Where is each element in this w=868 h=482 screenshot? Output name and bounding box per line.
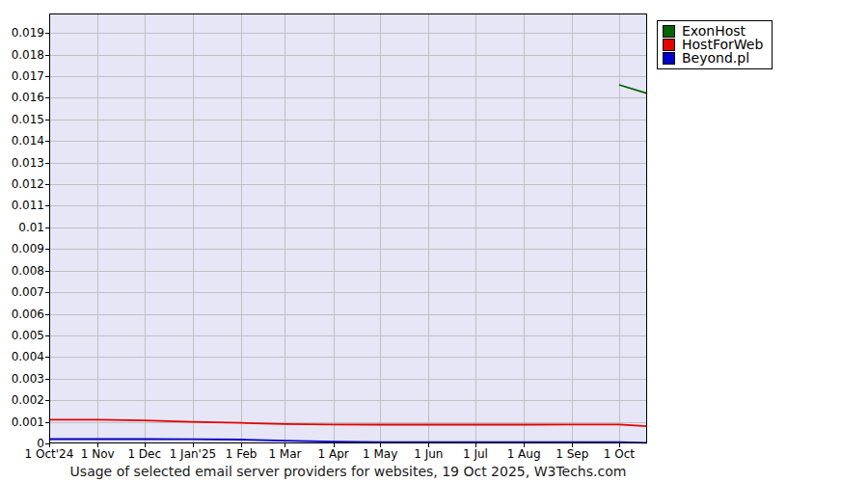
y-tick-label: 0.009 (0, 242, 44, 255)
legend-swatch (663, 52, 675, 65)
y-tick-label: 0.013 (0, 156, 44, 170)
y-tick-label: 0.018 (0, 48, 44, 62)
y-tick-label: 0.005 (0, 329, 44, 342)
legend-item-exonhost: ExonHost (663, 24, 763, 38)
y-tick-label: 0.014 (0, 134, 44, 147)
plot-area (0, 0, 868, 482)
y-tick-label: 0.003 (0, 372, 44, 386)
y-tick-label: 0.012 (0, 177, 44, 191)
legend-label: HostForWeb (682, 38, 763, 51)
y-tick-label: 0.019 (0, 26, 44, 40)
y-tick-label: 0.007 (0, 285, 44, 299)
legend-item-hostforweb: HostForWeb (663, 38, 763, 51)
y-tick-label: 0.017 (0, 69, 44, 83)
y-tick-label: 0.015 (0, 113, 44, 126)
y-tick-label: 0.006 (0, 308, 44, 321)
y-tick-label: 0.001 (0, 415, 44, 429)
y-tick-label: 0.008 (0, 264, 44, 278)
x-tick-label: 1 Oct (579, 447, 660, 461)
y-tick-label: 0.011 (0, 199, 44, 212)
y-tick-label: 0.002 (0, 393, 44, 407)
chart-title: Usage of selected email server providers… (49, 464, 647, 479)
legend-label: Beyond.pl (682, 51, 749, 65)
legend-item-beyond-pl: Beyond.pl (663, 51, 763, 65)
y-tick-label: 0.016 (0, 91, 44, 104)
legend: ExonHostHostForWebBeyond.pl (657, 20, 773, 69)
chart-container: 0.0190.0180.0170.0160.0150.0140.0130.012… (0, 0, 868, 482)
legend-swatch (663, 25, 675, 38)
y-tick-label: 0.004 (0, 350, 44, 363)
legend-swatch (663, 39, 675, 51)
legend-label: ExonHost (682, 24, 746, 38)
y-tick-label: 0.01 (0, 221, 44, 234)
